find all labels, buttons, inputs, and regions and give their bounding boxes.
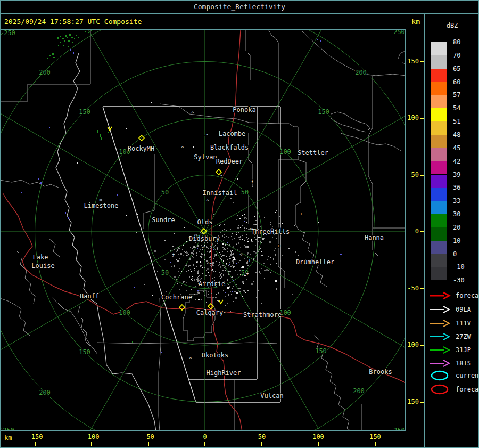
clutter-echo	[225, 270, 226, 271]
clutter-echo	[270, 224, 271, 225]
clutter-echo	[180, 253, 182, 255]
clutter-echo	[208, 272, 209, 273]
green-echo-patch	[65, 35, 67, 37]
clutter-echo	[244, 221, 245, 222]
clutter-echo	[210, 259, 211, 260]
sparse-echo-dot	[126, 128, 127, 129]
clutter-echo	[254, 226, 254, 226]
clutter-echo	[254, 251, 255, 252]
clutter-echo	[250, 266, 250, 266]
clutter-echo	[189, 276, 190, 278]
clutter-echo	[185, 252, 186, 253]
legend-row: forecast	[430, 384, 451, 394]
clutter-echo	[232, 260, 234, 262]
clutter-echo	[288, 248, 290, 249]
clutter-echo	[211, 293, 212, 294]
blue-echo-speck	[68, 217, 69, 219]
clutter-echo	[242, 239, 243, 240]
clutter-echo	[222, 255, 224, 256]
clutter-echo	[244, 240, 245, 241]
clutter-echo	[175, 262, 175, 263]
clutter-echo	[174, 233, 175, 234]
clutter-echo	[190, 269, 191, 270]
clutter-echo	[232, 256, 233, 256]
dbz-scale-label: -30	[453, 276, 465, 284]
green-echo-patch	[88, 32, 89, 33]
clutter-echo	[250, 205, 250, 206]
clutter-echo	[258, 272, 258, 273]
clutter-echo	[227, 287, 229, 289]
bottom-axis-tick	[91, 442, 92, 446]
clutter-echo	[238, 256, 239, 256]
clutter-echo	[153, 262, 154, 262]
green-echo-patch	[60, 42, 61, 43]
clutter-echo	[270, 288, 270, 289]
clutter-echo	[229, 287, 230, 288]
dbz-color-swatch	[431, 55, 447, 69]
legend-label: forecast	[456, 386, 479, 393]
clutter-echo	[247, 246, 249, 248]
city-label-blackfalds: Blackfalds	[210, 144, 249, 151]
dbz-scale-label: 10	[453, 237, 460, 245]
clutter-echo	[277, 263, 277, 264]
clutter-echo	[168, 280, 168, 280]
clutter-echo	[254, 245, 254, 246]
clutter-echo	[201, 254, 202, 255]
highway-road	[211, 306, 242, 431]
green-echo-patch	[60, 36, 61, 37]
clutter-echo	[220, 222, 221, 222]
clutter-echo	[279, 216, 280, 217]
clutter-echo	[246, 237, 247, 238]
clutter-echo	[222, 230, 223, 231]
city-label-lake: Lake	[33, 254, 48, 261]
clutter-echo	[247, 241, 249, 242]
clutter-echo	[211, 263, 213, 264]
clutter-echo	[218, 263, 218, 264]
dbz-color-swatch	[431, 254, 447, 267]
clutter-echo	[159, 279, 159, 279]
clutter-echo	[229, 276, 229, 277]
blue-echo-speck	[340, 254, 342, 255]
clutter-echo	[209, 257, 210, 258]
clutter-echo	[237, 227, 239, 229]
clutter-echo	[260, 248, 261, 249]
clutter-echo	[188, 254, 189, 255]
clutter-echo	[206, 247, 208, 248]
clutter-echo	[254, 237, 255, 238]
blue-echo-speck	[73, 52, 74, 54]
clutter-echo	[275, 280, 277, 282]
clutter-echo	[214, 246, 215, 247]
clutter-echo	[197, 283, 197, 283]
dbz-scale-label: 45	[453, 144, 460, 152]
clutter-echo	[225, 244, 226, 246]
county-boundary	[302, 31, 406, 76]
clutter-echo	[276, 288, 277, 290]
clutter-echo	[220, 274, 221, 275]
clutter-echo	[251, 239, 252, 241]
clutter-echo	[241, 267, 242, 268]
clutter-echo	[263, 263, 265, 264]
legend-row: current	[430, 370, 451, 380]
right-axis-tick	[420, 118, 424, 119]
clutter-echo	[144, 284, 145, 285]
sparse-echo-dot	[193, 146, 194, 148]
right-axis-tick-label: -150	[403, 398, 419, 405]
clutter-echo	[198, 276, 199, 277]
clutter-echo	[255, 224, 257, 225]
clutter-echo	[216, 261, 217, 262]
dbz-scale-label: -10	[453, 263, 465, 271]
green-echo-patch	[62, 38, 64, 39]
clutter-echo	[242, 281, 243, 282]
blue-echo-speck	[117, 194, 118, 196]
legend-row: 09EA	[430, 304, 451, 314]
clutter-echo	[224, 241, 225, 241]
clutter-echo	[193, 246, 194, 247]
county-boundary	[373, 228, 378, 256]
clutter-echo	[231, 294, 232, 295]
clutter-echo	[243, 295, 243, 295]
plus-marker: +	[300, 211, 303, 216]
clutter-echo	[212, 269, 213, 270]
plus-marker: +	[277, 243, 280, 248]
clutter-echo	[224, 255, 225, 256]
clutter-echo	[220, 266, 221, 268]
